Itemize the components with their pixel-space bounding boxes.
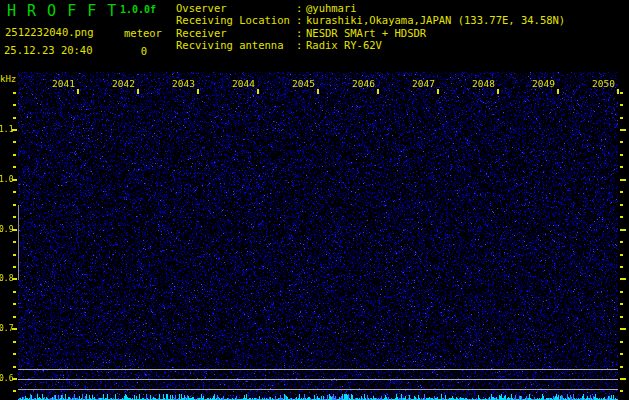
freq-minor-tick-right bbox=[620, 266, 623, 268]
freq-minor-tick-right bbox=[620, 303, 623, 305]
app-title: H R O F F T bbox=[7, 2, 117, 20]
observer-info-row: Receiver:NESDR SMArt + HDSDR bbox=[176, 27, 565, 39]
freq-major-tick-right bbox=[620, 378, 626, 380]
freq-minor-tick bbox=[13, 291, 16, 293]
freq-minor-tick-right bbox=[620, 216, 623, 218]
freq-minor-tick bbox=[13, 166, 16, 168]
carrier-line bbox=[18, 379, 618, 380]
observer-info-row: Receiving Location:kurashiki,Okayama,JAP… bbox=[176, 14, 565, 26]
freq-minor-tick bbox=[13, 390, 16, 392]
freq-major-tick-right bbox=[620, 229, 626, 231]
freq-major-tick-right bbox=[620, 129, 626, 131]
freq-minor-tick bbox=[13, 266, 16, 268]
meteor-count-label: meteor bbox=[124, 27, 162, 39]
observer-info-row: Recviving antenna:Radix RY-62V bbox=[176, 39, 565, 51]
freq-minor-tick-right bbox=[620, 366, 623, 368]
observer-info-value: kurashiki,Okayama,JAPAN (133.77E, 34.58N… bbox=[306, 14, 565, 26]
freq-minor-tick-right bbox=[620, 204, 623, 206]
observer-info-field: Receiver bbox=[176, 27, 296, 39]
time-tick-mark bbox=[557, 89, 559, 94]
observer-info-value: Radix RY-62V bbox=[306, 39, 565, 51]
carrier-line bbox=[18, 369, 618, 370]
freq-minor-tick bbox=[13, 216, 16, 218]
freq-minor-tick-right bbox=[620, 241, 623, 243]
observer-info-colon: : bbox=[296, 14, 306, 26]
freq-minor-tick bbox=[13, 366, 16, 368]
freq-minor-tick-right bbox=[620, 353, 623, 355]
freq-minor-tick bbox=[13, 241, 16, 243]
freq-unit-label: kHz bbox=[0, 74, 16, 84]
freq-minor-tick-right bbox=[620, 390, 623, 392]
observer-info-table: Ovserver:@yuhmariReceiving Location:kura… bbox=[176, 2, 565, 52]
observer-info-value: NESDR SMArt + HDSDR bbox=[306, 27, 565, 39]
freq-minor-tick-right bbox=[620, 191, 623, 193]
freq-minor-tick-right bbox=[620, 92, 623, 94]
meteor-count-value: 0 bbox=[125, 45, 163, 57]
freq-major-tick bbox=[12, 378, 17, 380]
observer-info-value: @yuhmari bbox=[306, 2, 565, 14]
freq-minor-tick-right bbox=[620, 117, 623, 119]
carrier-line bbox=[18, 389, 618, 390]
freq-minor-tick bbox=[13, 104, 16, 106]
time-tick-mark bbox=[137, 89, 139, 94]
time-label: 2043 bbox=[162, 78, 195, 89]
time-label: 2044 bbox=[222, 78, 255, 89]
observer-info-colon: : bbox=[296, 27, 306, 39]
freq-minor-tick-right bbox=[620, 254, 623, 256]
time-label: 2047 bbox=[402, 78, 435, 89]
freq-minor-tick-right bbox=[620, 154, 623, 156]
freq-major-tick bbox=[12, 179, 17, 181]
freq-major-tick bbox=[12, 328, 17, 330]
freq-major-tick bbox=[12, 278, 17, 280]
freq-minor-tick-right bbox=[620, 141, 623, 143]
time-label: 2041 bbox=[42, 78, 75, 89]
observer-info-row: Ovserver:@yuhmari bbox=[176, 2, 565, 14]
time-tick-mark bbox=[257, 89, 259, 94]
observation-datetime: 25.12.23 20:40 bbox=[4, 44, 93, 56]
time-tick-mark bbox=[377, 89, 379, 94]
freq-minor-tick bbox=[13, 316, 16, 318]
freq-major-tick-right bbox=[620, 328, 626, 330]
time-tick-mark bbox=[617, 89, 619, 94]
time-label: 2046 bbox=[342, 78, 375, 89]
freq-minor-tick-right bbox=[620, 291, 623, 293]
time-label: 2048 bbox=[462, 78, 495, 89]
freq-major-tick bbox=[12, 129, 17, 131]
freq-major-tick-right bbox=[620, 179, 626, 181]
freq-minor-tick-right bbox=[620, 104, 623, 106]
freq-minor-tick bbox=[13, 303, 16, 305]
time-label: 2045 bbox=[282, 78, 315, 89]
observer-info-colon: : bbox=[296, 39, 306, 51]
observer-info-colon: : bbox=[296, 2, 306, 14]
app-version: 1.0.0f bbox=[120, 4, 156, 15]
time-tick-mark bbox=[317, 89, 319, 94]
freq-minor-tick bbox=[13, 353, 16, 355]
freq-minor-tick bbox=[13, 204, 16, 206]
freq-minor-tick bbox=[13, 341, 16, 343]
observer-info-field: Receiving Location bbox=[176, 14, 296, 26]
spectrogram-canvas bbox=[18, 72, 618, 400]
output-filename: 2512232040.png bbox=[5, 26, 94, 38]
freq-minor-tick bbox=[13, 191, 16, 193]
freq-major-tick-right bbox=[620, 278, 626, 280]
time-tick-mark bbox=[77, 89, 79, 94]
freq-minor-tick bbox=[13, 117, 16, 119]
time-label: 2049 bbox=[522, 78, 555, 89]
freq-minor-tick bbox=[13, 154, 16, 156]
freq-minor-tick-right bbox=[620, 166, 623, 168]
freq-major-tick bbox=[12, 229, 17, 231]
time-label: 2050 bbox=[582, 78, 615, 89]
freq-minor-tick bbox=[13, 141, 16, 143]
freq-minor-tick-right bbox=[620, 316, 623, 318]
freq-minor-tick bbox=[13, 254, 16, 256]
freq-minor-tick bbox=[13, 92, 16, 94]
time-label: 2042 bbox=[102, 78, 135, 89]
start-marker-line bbox=[18, 205, 19, 280]
hrofft-screen: H R O F F T 1.0.0f 2512232040.png meteor… bbox=[0, 0, 629, 400]
time-tick-mark bbox=[437, 89, 439, 94]
observer-info-field: Recviving antenna bbox=[176, 39, 296, 51]
time-tick-mark bbox=[197, 89, 199, 94]
freq-minor-tick-right bbox=[620, 341, 623, 343]
observer-info-field: Ovserver bbox=[176, 2, 296, 14]
time-tick-mark bbox=[497, 89, 499, 94]
